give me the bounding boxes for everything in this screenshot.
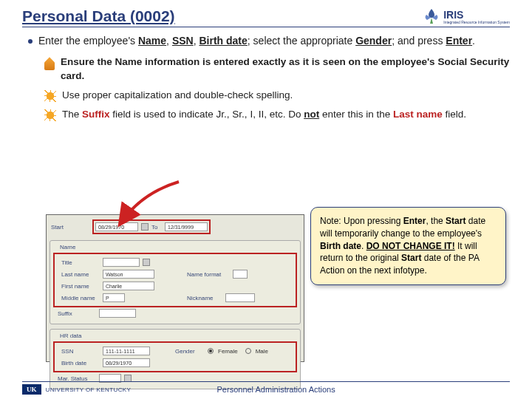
sun-icon	[44, 90, 56, 102]
calendar-icon[interactable]	[141, 223, 149, 231]
sap-start-field[interactable]: 08/29/1970	[95, 222, 138, 231]
uk-name: UNIVERSITY OF KENTUCKY	[46, 386, 132, 393]
main-instruction: Enter the employee's Name, SSN, Birth da…	[38, 33, 475, 48]
dropdown-icon[interactable]	[143, 259, 150, 266]
iris-logo: IRIS Integrated Resource Information Sys…	[423, 7, 510, 25]
logo-text: IRIS	[443, 9, 510, 21]
header-rule	[22, 27, 510, 27]
sap-start-highlight: 08/29/1970 To 12/31/9999	[92, 219, 211, 234]
warning-icon	[44, 57, 55, 70]
sap-birthdate-field[interactable]: 08/29/1970	[103, 358, 150, 367]
sub-note-caps: Use proper capitalization and double-che…	[62, 89, 293, 102]
sap-firstname-field[interactable]: Charlie	[103, 282, 154, 290]
sap-hr-section: HR data	[58, 332, 83, 339]
sap-name-section: Name	[58, 244, 78, 250]
footer-title: Personnel Administration Actions	[131, 385, 421, 394]
sap-middle-field[interactable]: P	[103, 293, 125, 302]
sap-start-label: Start	[51, 224, 89, 231]
uk-badge: UK	[22, 384, 41, 395]
sap-lastname-field[interactable]: Watson	[103, 270, 154, 279]
sub-note-suffix: The Suffix field is used to indicate Jr.…	[62, 108, 466, 121]
footer: UK UNIVERSITY OF KENTUCKY Personnel Admi…	[22, 381, 510, 395]
iris-flower-icon	[423, 7, 440, 25]
sap-ssn-field[interactable]: 111-11-1111	[103, 347, 150, 355]
sun-icon	[44, 109, 56, 121]
sap-screenshot: Start 08/29/1970 To 12/31/9999 Name Titl…	[46, 214, 304, 362]
logo-subtext: Integrated Resource Information System	[443, 21, 510, 24]
radio-male[interactable]	[245, 348, 251, 354]
note-callout: Note: Upon pressing Enter, the Start dat…	[310, 207, 506, 285]
bullet-icon	[28, 39, 33, 44]
sub-note-exact: Ensure the Name information is entered e…	[61, 55, 510, 82]
radio-female[interactable]	[208, 348, 214, 354]
sap-to-field[interactable]: 12/31/9999	[165, 222, 208, 231]
page-title: Personal Data (0002)	[22, 7, 175, 25]
